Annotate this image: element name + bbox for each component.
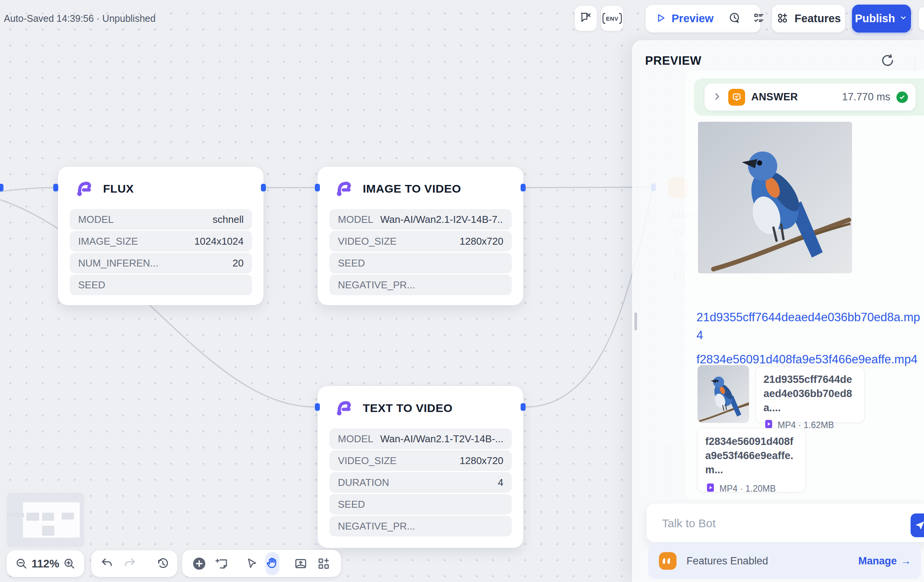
panel-header-divider	[915, 57, 915, 73]
file-card[interactable]: f2834e56091d408fa9e53f466e9eaffe.m... MP…	[697, 428, 806, 492]
param-row: SEED	[70, 275, 252, 295]
param-row: DURATION 4	[330, 472, 512, 493]
i2v-output-handle[interactable]	[521, 184, 526, 191]
flux-input-handle[interactable]	[53, 184, 58, 191]
flux-output-handle[interactable]	[261, 184, 266, 191]
workflow-app: ANSW... {x} F... {x} T... {x} In... FLUX…	[0, 0, 924, 582]
node-title: FLUX	[103, 182, 134, 195]
version-history-button[interactable]	[156, 557, 169, 570]
start-output-handle[interactable]	[0, 184, 3, 191]
zoom-level: 112%	[31, 557, 59, 570]
clock-history-icon	[728, 12, 741, 26]
zoom-control: 112%	[7, 550, 84, 577]
preview-panel: PREVIEW ANSWER 17.770 ms	[632, 40, 924, 582]
param-row: IMAGE_SIZE 1024x1024	[70, 231, 252, 252]
annotation-toggle-button[interactable]	[575, 6, 597, 31]
undo-button[interactable]	[101, 557, 114, 570]
features-button[interactable]: Features	[772, 5, 845, 33]
file-name: 21d9355cff7644deaed4e036bb70ed8a....	[764, 373, 856, 415]
play-icon	[655, 13, 666, 25]
param-row: NEGATIVE_PR...	[330, 516, 512, 536]
arrow-right-icon: →	[901, 555, 911, 567]
file-meta: MP4 · 1.20MB	[719, 484, 776, 494]
param-row: MODEL Wan-AI/Wan2.1-I2V-14B-7...	[330, 209, 512, 230]
checklist-icon	[753, 12, 765, 26]
param-row: VIDEO_SIZE 1280x720	[330, 231, 512, 252]
workflow-process-container: ANSWER 17.770 ms	[694, 79, 924, 115]
i2v-input-handle[interactable]	[315, 184, 320, 191]
add-node-button[interactable]	[192, 556, 206, 571]
answer-latency: 17.770 ms	[842, 91, 890, 103]
preview-run-pill: Preview	[645, 5, 761, 33]
history-control	[91, 550, 177, 577]
restart-button[interactable]	[880, 53, 895, 68]
success-check-icon	[896, 92, 908, 103]
hand-tool-button[interactable]	[266, 552, 279, 575]
answer-node-icon	[728, 89, 745, 106]
send-button[interactable]	[911, 513, 924, 537]
image-attachment-thumbnail[interactable]	[698, 365, 749, 423]
overflow-button[interactable]	[919, 7, 924, 31]
fal-logo-icon	[335, 398, 353, 418]
env-icon: ENV	[602, 13, 622, 24]
file-name: f2834e56091d408fa9e53f466e9eaffe.m...	[705, 435, 798, 477]
publish-button[interactable]: Publish	[852, 5, 911, 33]
pointer-tool-button[interactable]	[246, 557, 259, 570]
param-row: NEGATIVE_PR...	[330, 275, 512, 295]
result-links: 21d9355cff7644deaed4e036bb70ed8a.mp4 f28…	[696, 308, 924, 374]
chat-input-bar	[647, 503, 924, 542]
preview-button[interactable]: Preview	[645, 12, 714, 25]
video-link[interactable]: 21d9355cff7644deaed4e036bb70ed8a.mp4	[696, 308, 924, 344]
edge-start-to-flux	[1, 188, 54, 191]
minimap-viewport[interactable]	[23, 502, 80, 537]
param-row: SEED	[330, 494, 512, 514]
node-text-to-video[interactable]: TEXT TO VIDEO MODEL Wan-AI/Wan2.1-T2V-14…	[318, 386, 523, 548]
quote-icon	[658, 551, 677, 571]
answer-process-row[interactable]: ANSWER 17.770 ms	[705, 84, 916, 110]
fal-logo-icon	[335, 179, 353, 199]
answer-node-label: ANSWER	[751, 91, 798, 103]
canvas-toolbar	[182, 550, 341, 577]
features-enabled-label: Features Enabled	[686, 555, 768, 567]
t2v-output-handle[interactable]	[521, 403, 526, 411]
hand-icon	[266, 556, 279, 571]
env-variables-button[interactable]: ENV	[601, 6, 623, 31]
param-row: VIDEO_SIZE 1280x720	[330, 450, 512, 471]
param-row: SEED	[330, 253, 512, 274]
fal-logo-icon	[75, 179, 93, 199]
node-title: IMAGE TO VIDEO	[363, 182, 461, 195]
file-card[interactable]: 21d9355cff7644deaed4e036bb70ed8a.... MP4…	[756, 366, 865, 423]
checklist-button[interactable]	[747, 12, 771, 26]
manage-features-link[interactable]: Manage →	[858, 555, 911, 567]
chat-input[interactable]	[661, 503, 877, 543]
features-icon	[776, 12, 789, 26]
node-flux[interactable]: FLUX MODEL schnell IMAGE_SIZE 1024x1024 …	[58, 167, 264, 305]
param-row: MODEL schnell	[70, 209, 252, 230]
auto-layout-button[interactable]	[317, 557, 331, 570]
generated-image[interactable]	[698, 122, 852, 274]
zoom-in-button[interactable]	[63, 557, 76, 570]
video-file-icon	[705, 483, 716, 495]
zoom-out-button[interactable]	[15, 557, 28, 570]
autosave-status: Auto-Saved 14:39:56 · Unpublished	[4, 13, 155, 24]
param-row: NUM_INFEREN... 20	[70, 253, 252, 274]
features-enabled-bar: Features Enabled Manage →	[648, 543, 921, 579]
t2v-input-handle[interactable]	[315, 403, 320, 411]
add-note-button[interactable]	[215, 557, 229, 570]
chevron-right-icon	[712, 92, 722, 103]
node-image-to-video[interactable]: IMAGE TO VIDEO MODEL Wan-AI/Wan2.1-I2V-1…	[318, 167, 523, 305]
redo-button[interactable]	[123, 557, 136, 570]
chat-x-icon	[579, 11, 592, 26]
node-title: TEXT TO VIDEO	[363, 402, 452, 415]
export-image-button[interactable]	[294, 557, 308, 570]
minimap[interactable]	[7, 493, 84, 547]
chevron-down-icon	[899, 12, 908, 25]
param-row: MODEL Wan-AI/Wan2.1-T2V-14B-...	[330, 429, 512, 449]
preview-panel-title: PREVIEW	[645, 54, 701, 68]
run-history-button[interactable]	[721, 12, 747, 26]
panel-scrollbar[interactable]	[634, 312, 637, 330]
